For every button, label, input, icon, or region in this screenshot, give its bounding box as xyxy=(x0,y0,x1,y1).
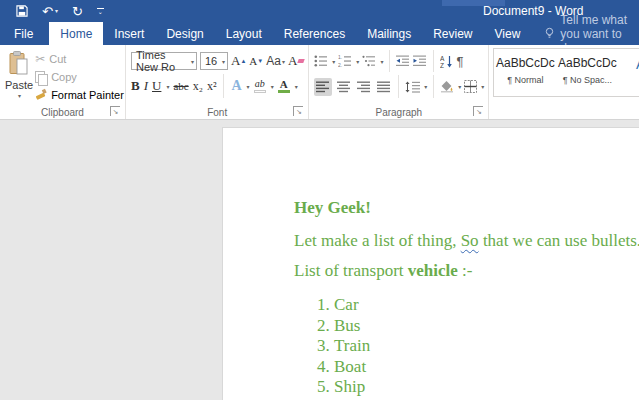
clipboard-dialog-launcher[interactable]: ↘ xyxy=(110,106,120,116)
font-color-button[interactable]: A xyxy=(278,79,290,93)
tab-layout[interactable]: Layout xyxy=(215,22,273,45)
show-hide-marks-button[interactable]: ¶ xyxy=(456,54,463,69)
font-color-dropdown-icon[interactable]: ▾ xyxy=(295,83,298,90)
font-color-bar xyxy=(278,90,290,93)
ribbon-tab-bar: File Home Insert Design Layout Reference… xyxy=(0,22,639,45)
redo-button[interactable]: ↻ xyxy=(72,5,83,18)
bold-button[interactable]: B xyxy=(131,78,140,94)
lightbulb-icon xyxy=(544,27,555,42)
clipboard-small-buttons: ✂ Cut Copy Format Painter xyxy=(35,50,124,104)
tab-design[interactable]: Design xyxy=(155,22,214,45)
borders-dropdown-icon[interactable]: ▾ xyxy=(481,83,484,90)
tab-review[interactable]: Review xyxy=(422,22,483,45)
font-size-combobox[interactable]: 16 ▾ xyxy=(200,52,228,70)
shading-dropdown-icon[interactable]: ▾ xyxy=(458,83,461,90)
justify-button[interactable] xyxy=(375,78,392,96)
align-left-icon xyxy=(316,81,329,93)
doc-heading[interactable]: Hey Geek! xyxy=(294,198,639,218)
tab-home[interactable]: Home xyxy=(49,22,103,45)
multilevel-dropdown-icon[interactable]: ▾ xyxy=(380,58,383,65)
numbering-dropdown-icon[interactable]: ▾ xyxy=(356,58,359,65)
style-normal[interactable]: AaBbCcDc ¶ Normal xyxy=(494,49,556,96)
increase-indent-button[interactable] xyxy=(413,55,427,67)
align-center-button[interactable] xyxy=(335,78,352,96)
font-size-dropdown-icon[interactable]: ▾ xyxy=(222,58,225,65)
font-group-label: Font xyxy=(126,107,308,118)
tab-references[interactable]: References xyxy=(273,22,356,45)
strikethrough-button[interactable]: abc xyxy=(173,80,188,92)
style-no-spacing[interactable]: AaBbCcDc ¶ No Spac... xyxy=(556,49,618,96)
multilevel-list-button[interactable] xyxy=(362,55,376,67)
list-item[interactable]: Bus xyxy=(334,316,639,337)
clear-formatting-button[interactable]: A xyxy=(288,53,304,69)
sort-button[interactable]: AZ xyxy=(440,55,453,68)
document-page[interactable]: Hey Geek! Let make a list of thing, So t… xyxy=(222,127,639,400)
line-spacing-dropdown-icon[interactable]: ▾ xyxy=(424,83,427,90)
list-item[interactable]: Ship xyxy=(334,377,639,398)
bullets-button[interactable] xyxy=(314,55,328,67)
font-name-combobox[interactable]: Times New Ro ▾ xyxy=(131,52,197,70)
tell-me-box[interactable]: Tell me what you want to do... xyxy=(544,22,639,45)
tab-file[interactable]: File xyxy=(0,22,47,45)
paragraph-dialog-launcher[interactable]: ↘ xyxy=(473,106,483,116)
undo-button[interactable]: ↶▾ xyxy=(42,5,58,18)
shrink-font-button[interactable]: A▼ xyxy=(249,55,263,67)
italic-button[interactable]: I xyxy=(144,78,148,94)
font-dialog-launcher[interactable]: ↘ xyxy=(293,106,303,116)
highlight-dropdown-icon[interactable]: ▾ xyxy=(271,83,274,90)
format-painter-button[interactable]: Format Painter xyxy=(35,86,124,103)
list-item[interactable]: Car xyxy=(334,295,639,316)
decrease-indent-button[interactable] xyxy=(396,55,410,67)
align-center-icon xyxy=(337,81,350,93)
subscript-button[interactable]: x₂ xyxy=(193,79,203,94)
line-spacing-button[interactable] xyxy=(405,81,420,93)
doc-paragraph-1[interactable]: Let make a list of thing, So that we can… xyxy=(294,231,639,251)
bullets-icon xyxy=(314,55,328,67)
change-case-button[interactable]: Aa▾ xyxy=(266,54,285,68)
grow-font-button[interactable]: A▲ xyxy=(231,53,246,69)
svg-text:2.: 2. xyxy=(338,62,342,68)
clipboard-paste-icon xyxy=(8,51,30,79)
line-spacing-icon xyxy=(405,81,420,93)
shading-button[interactable] xyxy=(440,80,454,93)
increase-indent-icon xyxy=(413,55,427,67)
tab-view[interactable]: View xyxy=(484,22,532,45)
highlight-button[interactable]: ab xyxy=(254,79,266,93)
superscript-button[interactable]: x² xyxy=(207,79,217,94)
eraser-icon xyxy=(298,59,305,63)
align-right-button[interactable] xyxy=(355,78,372,96)
save-icon[interactable] xyxy=(16,5,28,17)
numbering-button[interactable]: 1.2. xyxy=(338,55,352,67)
tab-mailings[interactable]: Mailings xyxy=(356,22,422,45)
text-effects-button[interactable]: A xyxy=(231,78,241,94)
numbered-list[interactable]: Car Bus Train Boat Ship xyxy=(294,295,639,398)
customize-qat-button[interactable]: ⌄ xyxy=(97,8,104,14)
list-item[interactable]: Train xyxy=(334,336,639,357)
bullets-dropdown-icon[interactable]: ▾ xyxy=(332,58,335,65)
styles-group: AaBbCcDc ¶ Normal AaBbCcDc ¶ No Spac... … xyxy=(489,45,639,119)
text-effects-dropdown-icon[interactable]: ▾ xyxy=(247,83,250,90)
ribbon: Paste ▾ ✂ Cut Copy Format Painter Clipbo… xyxy=(0,45,639,120)
doc-paragraph-2[interactable]: List of transport vehicle :- xyxy=(294,261,639,281)
paste-button[interactable]: Paste ▾ xyxy=(5,50,33,104)
font-name-value: Times New Ro xyxy=(136,49,190,73)
align-left-button[interactable] xyxy=(314,78,331,96)
borders-button[interactable] xyxy=(464,80,477,93)
font-name-dropdown-icon[interactable]: ▾ xyxy=(191,58,194,65)
undo-dropdown-icon[interactable]: ▾ xyxy=(55,8,58,14)
underline-button[interactable]: U xyxy=(152,78,161,94)
grammar-squiggle-word: So xyxy=(461,231,479,250)
svg-text:1.: 1. xyxy=(338,55,342,60)
cut-button[interactable]: ✂ Cut xyxy=(35,50,124,67)
highlight-color-bar xyxy=(254,90,266,93)
underline-dropdown-icon[interactable]: ▾ xyxy=(166,83,169,90)
list-item[interactable]: Boat xyxy=(334,357,639,378)
paste-dropdown-icon[interactable]: ▾ xyxy=(18,92,21,99)
paragraph-group-label: Paragraph xyxy=(309,107,488,118)
style-heading-1[interactable]: AaB Hea xyxy=(618,49,639,96)
copy-button[interactable]: Copy xyxy=(35,68,124,85)
font-group: Times New Ro ▾ 16 ▾ A▲ A▼ Aa▾ A B I U▾ a… xyxy=(126,45,309,119)
tab-insert[interactable]: Insert xyxy=(103,22,155,45)
copy-icon xyxy=(35,71,45,83)
document-background: Hey Geek! Let make a list of thing, So t… xyxy=(0,121,639,400)
